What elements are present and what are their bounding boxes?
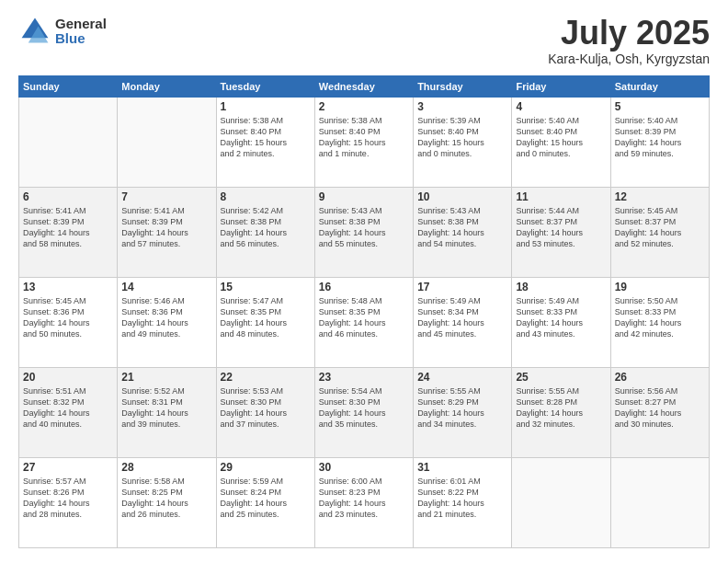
- day-info: Sunrise: 5:55 AM Sunset: 8:29 PM Dayligh…: [417, 385, 507, 431]
- calendar-cell: 9Sunrise: 5:43 AM Sunset: 8:38 PM Daylig…: [314, 187, 413, 277]
- day-info: Sunrise: 5:41 AM Sunset: 8:39 PM Dayligh…: [23, 205, 113, 250]
- calendar-header-saturday: Saturday: [610, 75, 709, 97]
- calendar-cell: 7Sunrise: 5:41 AM Sunset: 8:39 PM Daylig…: [118, 187, 216, 277]
- calendar-cell: 28Sunrise: 5:58 AM Sunset: 8:25 PM Dayli…: [118, 457, 216, 547]
- day-number: 29: [221, 461, 311, 474]
- day-number: 30: [319, 461, 409, 474]
- calendar-week-row: 20Sunrise: 5:51 AM Sunset: 8:32 PM Dayli…: [19, 367, 710, 457]
- day-info: Sunrise: 5:48 AM Sunset: 8:35 PM Dayligh…: [319, 295, 409, 340]
- day-info: Sunrise: 5:42 AM Sunset: 8:38 PM Dayligh…: [221, 205, 311, 250]
- calendar-cell: 24Sunrise: 5:55 AM Sunset: 8:29 PM Dayli…: [414, 367, 512, 457]
- day-number: 5: [615, 100, 705, 113]
- calendar-week-row: 13Sunrise: 5:45 AM Sunset: 8:36 PM Dayli…: [19, 277, 710, 367]
- calendar-header-wednesday: Wednesday: [314, 75, 413, 97]
- day-number: 7: [121, 190, 211, 203]
- day-info: Sunrise: 5:40 AM Sunset: 8:39 PM Dayligh…: [615, 115, 705, 160]
- calendar-cell: 8Sunrise: 5:42 AM Sunset: 8:38 PM Daylig…: [216, 187, 314, 277]
- header: General Blue July 2025 Kara-Kulja, Osh, …: [18, 15, 710, 66]
- logo-text: General Blue: [55, 17, 107, 47]
- day-number: 27: [23, 461, 113, 474]
- calendar-week-row: 27Sunrise: 5:57 AM Sunset: 8:26 PM Dayli…: [19, 457, 710, 547]
- day-number: 25: [516, 371, 606, 384]
- calendar-cell: 19Sunrise: 5:50 AM Sunset: 8:33 PM Dayli…: [610, 277, 709, 367]
- calendar-cell: 20Sunrise: 5:51 AM Sunset: 8:32 PM Dayli…: [19, 367, 118, 457]
- day-number: 24: [417, 371, 507, 384]
- calendar-cell: 22Sunrise: 5:53 AM Sunset: 8:30 PM Dayli…: [216, 367, 314, 457]
- calendar-cell: 21Sunrise: 5:52 AM Sunset: 8:31 PM Dayli…: [118, 367, 216, 457]
- calendar-cell: [610, 457, 709, 547]
- day-info: Sunrise: 5:43 AM Sunset: 8:38 PM Dayligh…: [319, 205, 409, 250]
- day-info: Sunrise: 5:38 AM Sunset: 8:40 PM Dayligh…: [319, 115, 409, 160]
- calendar-cell: 26Sunrise: 5:56 AM Sunset: 8:27 PM Dayli…: [610, 367, 709, 457]
- day-number: 28: [121, 461, 211, 474]
- day-number: 11: [516, 190, 606, 203]
- calendar-cell: 17Sunrise: 5:49 AM Sunset: 8:34 PM Dayli…: [414, 277, 512, 367]
- calendar-week-row: 1Sunrise: 5:38 AM Sunset: 8:40 PM Daylig…: [19, 97, 710, 187]
- logo-icon: [18, 15, 51, 48]
- day-info: Sunrise: 6:00 AM Sunset: 8:23 PM Dayligh…: [319, 476, 409, 521]
- day-number: 8: [221, 190, 311, 203]
- calendar-header-monday: Monday: [118, 75, 216, 97]
- day-number: 1: [221, 100, 311, 113]
- calendar-cell: 5Sunrise: 5:40 AM Sunset: 8:39 PM Daylig…: [610, 97, 709, 187]
- day-info: Sunrise: 5:45 AM Sunset: 8:37 PM Dayligh…: [615, 205, 705, 250]
- day-number: 6: [23, 190, 113, 203]
- title-block: July 2025 Kara-Kulja, Osh, Kyrgyzstan: [548, 15, 710, 66]
- calendar-table: SundayMondayTuesdayWednesdayThursdayFrid…: [18, 75, 710, 548]
- day-info: Sunrise: 5:51 AM Sunset: 8:32 PM Dayligh…: [23, 385, 113, 431]
- day-info: Sunrise: 5:57 AM Sunset: 8:26 PM Dayligh…: [23, 476, 113, 521]
- calendar-week-row: 6Sunrise: 5:41 AM Sunset: 8:39 PM Daylig…: [19, 187, 710, 277]
- day-number: 9: [319, 190, 409, 203]
- calendar-cell: 1Sunrise: 5:38 AM Sunset: 8:40 PM Daylig…: [216, 97, 314, 187]
- day-number: 18: [516, 281, 606, 293]
- day-info: Sunrise: 5:55 AM Sunset: 8:28 PM Dayligh…: [516, 385, 606, 431]
- day-info: Sunrise: 5:54 AM Sunset: 8:30 PM Dayligh…: [319, 385, 409, 431]
- calendar-cell: 27Sunrise: 5:57 AM Sunset: 8:26 PM Dayli…: [19, 457, 118, 547]
- day-number: 31: [417, 461, 507, 474]
- day-info: Sunrise: 5:50 AM Sunset: 8:33 PM Dayligh…: [615, 295, 705, 340]
- calendar-cell: [19, 97, 118, 187]
- calendar-cell: 4Sunrise: 5:40 AM Sunset: 8:40 PM Daylig…: [512, 97, 610, 187]
- day-number: 15: [221, 281, 311, 293]
- day-info: Sunrise: 5:39 AM Sunset: 8:40 PM Dayligh…: [417, 115, 507, 160]
- calendar-header-sunday: Sunday: [19, 75, 118, 97]
- day-number: 3: [417, 100, 507, 113]
- day-number: 20: [23, 371, 113, 384]
- calendar-header-thursday: Thursday: [414, 75, 512, 97]
- day-number: 21: [121, 371, 211, 384]
- logo-blue-text: Blue: [55, 31, 107, 47]
- calendar-cell: 12Sunrise: 5:45 AM Sunset: 8:37 PM Dayli…: [610, 187, 709, 277]
- day-number: 26: [615, 371, 705, 384]
- day-info: Sunrise: 5:53 AM Sunset: 8:30 PM Dayligh…: [221, 385, 311, 431]
- calendar-header-friday: Friday: [512, 75, 610, 97]
- day-number: 4: [516, 100, 606, 113]
- page: General Blue July 2025 Kara-Kulja, Osh, …: [0, 0, 728, 563]
- day-number: 16: [319, 281, 409, 293]
- calendar-cell: 16Sunrise: 5:48 AM Sunset: 8:35 PM Dayli…: [314, 277, 413, 367]
- day-info: Sunrise: 5:49 AM Sunset: 8:34 PM Dayligh…: [417, 295, 507, 340]
- day-info: Sunrise: 5:38 AM Sunset: 8:40 PM Dayligh…: [221, 115, 311, 160]
- calendar-cell: 13Sunrise: 5:45 AM Sunset: 8:36 PM Dayli…: [19, 277, 118, 367]
- calendar-cell: 10Sunrise: 5:43 AM Sunset: 8:38 PM Dayli…: [414, 187, 512, 277]
- day-info: Sunrise: 5:56 AM Sunset: 8:27 PM Dayligh…: [615, 385, 705, 431]
- day-info: Sunrise: 5:46 AM Sunset: 8:36 PM Dayligh…: [121, 295, 211, 340]
- day-number: 23: [319, 371, 409, 384]
- day-number: 2: [319, 100, 409, 113]
- calendar-cell: 31Sunrise: 6:01 AM Sunset: 8:22 PM Dayli…: [414, 457, 512, 547]
- calendar-cell: 30Sunrise: 6:00 AM Sunset: 8:23 PM Dayli…: [314, 457, 413, 547]
- day-number: 13: [23, 281, 113, 293]
- calendar-cell: 18Sunrise: 5:49 AM Sunset: 8:33 PM Dayli…: [512, 277, 610, 367]
- calendar-cell: 14Sunrise: 5:46 AM Sunset: 8:36 PM Dayli…: [118, 277, 216, 367]
- subtitle: Kara-Kulja, Osh, Kyrgyzstan: [548, 52, 710, 66]
- calendar-cell: 15Sunrise: 5:47 AM Sunset: 8:35 PM Dayli…: [216, 277, 314, 367]
- calendar-cell: 6Sunrise: 5:41 AM Sunset: 8:39 PM Daylig…: [19, 187, 118, 277]
- calendar-header-row: SundayMondayTuesdayWednesdayThursdayFrid…: [19, 75, 710, 97]
- logo-general-text: General: [55, 17, 107, 32]
- day-number: 17: [417, 281, 507, 293]
- day-info: Sunrise: 5:44 AM Sunset: 8:37 PM Dayligh…: [516, 205, 606, 250]
- calendar-cell: 3Sunrise: 5:39 AM Sunset: 8:40 PM Daylig…: [414, 97, 512, 187]
- day-info: Sunrise: 5:52 AM Sunset: 8:31 PM Dayligh…: [121, 385, 211, 431]
- day-info: Sunrise: 5:47 AM Sunset: 8:35 PM Dayligh…: [221, 295, 311, 340]
- calendar-cell: 29Sunrise: 5:59 AM Sunset: 8:24 PM Dayli…: [216, 457, 314, 547]
- day-info: Sunrise: 5:40 AM Sunset: 8:40 PM Dayligh…: [516, 115, 606, 160]
